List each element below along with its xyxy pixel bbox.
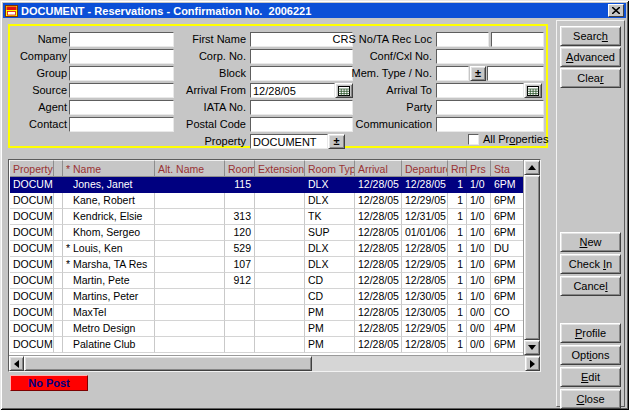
grid-cell: 12/28/05	[355, 177, 402, 193]
grid-cell	[155, 321, 225, 337]
property-select[interactable]	[250, 134, 328, 149]
communication-input[interactable]	[436, 117, 544, 132]
reservations-window: DOCUMENT - Reservations - Confirmation N…	[0, 0, 629, 410]
grid-row[interactable]: DOCUMEKendrick, Elsie313TK12/28/0512/31/…	[10, 209, 523, 225]
grid-cell	[255, 193, 305, 209]
close-button[interactable]: Close	[560, 389, 621, 409]
edit-button[interactable]: Edit	[560, 367, 621, 387]
grid-cell: 1	[448, 273, 467, 289]
grid-row[interactable]: DOCUMEKane, RobertDLX12/28/0512/29/0511/…	[10, 193, 523, 209]
horizontal-scroll-thumb[interactable]	[24, 356, 312, 371]
grid-cell: DOCUME	[10, 289, 54, 305]
clear-button[interactable]: Clear	[560, 68, 621, 88]
grid-row[interactable]: DOCUMEMartin, Pete912CD12/28/0512/28/051…	[10, 273, 523, 289]
name-input[interactable]	[69, 32, 174, 47]
grid-cell: 0/0	[467, 337, 491, 353]
grid-cell	[255, 257, 305, 273]
grid-cell: 01/01/06	[402, 225, 448, 241]
agent-input[interactable]	[69, 100, 174, 115]
advanced-button[interactable]: Advanced	[560, 47, 621, 67]
grid-cell: 1/0	[467, 257, 491, 273]
grid-cell: 1/0	[467, 209, 491, 225]
crs-label: CRS No/TA Rec Loc	[332, 32, 432, 47]
grid-cell: DOCUME	[10, 225, 54, 241]
grid-horizontal-scrollbar[interactable]	[9, 355, 540, 371]
mem-type-dropdown-button[interactable]: ±	[470, 66, 486, 81]
grid-cell: 12/28/05	[402, 273, 448, 289]
all-properties-label: All Properties	[483, 133, 548, 146]
grid-row[interactable]: DOCUMEMartins, PeterCD12/28/0512/30/0511…	[10, 289, 523, 305]
grid-row[interactable]: DOCUMEPalatine ClubPM12/28/0512/28/0510/…	[10, 337, 523, 353]
conf-cxl-input[interactable]	[436, 49, 544, 64]
all-properties-checkbox[interactable]	[468, 134, 479, 145]
grid-row[interactable]: DOCUME* Louis, Ken529DLX12/28/0512/28/05…	[10, 241, 523, 257]
column-header-rms: Rms	[448, 160, 467, 177]
arrival-to-input[interactable]	[436, 83, 524, 98]
source-label: Source	[10, 83, 67, 98]
arrow-up-icon	[528, 165, 536, 170]
grid-cell	[54, 209, 63, 225]
grid-row[interactable]: DOCUMEMetro DesignPM12/28/0512/29/0510/0…	[10, 321, 523, 337]
options-button[interactable]: Options	[560, 345, 621, 365]
company-label: Company	[10, 49, 67, 64]
cancel-button[interactable]: Cancel	[560, 276, 621, 296]
grid-cell: 12/28/05	[402, 241, 448, 257]
vertical-scroll-thumb[interactable]	[524, 175, 540, 340]
grid-cell: Kendrick, Elsie	[63, 209, 155, 225]
scroll-right-button[interactable]	[525, 356, 540, 371]
grid-cell: 115	[225, 177, 255, 193]
new-button[interactable]: New	[560, 232, 621, 252]
grid-cell: PM	[305, 321, 355, 337]
grid-cell: DLX	[305, 193, 355, 209]
grid-cell: 12/28/05	[402, 177, 448, 193]
arrival-to-calendar-button[interactable]	[524, 83, 542, 98]
grid-row[interactable]: DOCUMEJones, Janet115DLX12/28/0512/28/05…	[10, 177, 523, 193]
grid-cell: 0/0	[467, 321, 491, 337]
grid-row[interactable]: DOCUMEMaxTelPM12/28/0512/30/0510/0CO	[10, 305, 523, 321]
grid-vertical-scrollbar[interactable]	[523, 160, 540, 355]
crs-input-2[interactable]	[491, 32, 544, 47]
grid-cell: 912	[225, 273, 255, 289]
grid-cell: 12/28/05	[402, 337, 448, 353]
grid-row[interactable]: DOCUME* Marsha, TA Res107DLX12/28/0512/2…	[10, 257, 523, 273]
property-dropdown-button[interactable]: ±	[328, 134, 345, 149]
arrival-to-label: Arrival To	[332, 83, 432, 98]
scroll-down-button[interactable]	[524, 340, 540, 355]
mem-type-input-2[interactable]	[487, 66, 544, 81]
source-input[interactable]	[69, 83, 174, 98]
party-input[interactable]	[436, 100, 544, 115]
corp-no-label: Corp. No.	[172, 49, 246, 64]
grid-cell: PM	[305, 305, 355, 321]
contact-input[interactable]	[69, 117, 174, 132]
grid-cell: 12/29/05	[402, 193, 448, 209]
grid-row[interactable]: DOCUMEKhom, Sergeo120SUP12/28/0501/01/06…	[10, 225, 523, 241]
profile-button[interactable]: Profile	[560, 323, 621, 343]
company-input[interactable]	[69, 49, 174, 64]
grid-cell: SUP	[305, 225, 355, 241]
grid-cell: 12/31/05	[402, 209, 448, 225]
mem-type-input-1[interactable]	[436, 66, 469, 81]
grid-cell: MaxTel	[63, 305, 155, 321]
grid-cell	[155, 177, 225, 193]
arrival-from-input[interactable]	[250, 83, 335, 98]
app-icon	[5, 5, 18, 17]
check-in-button[interactable]: Check In	[560, 254, 621, 274]
scroll-left-button[interactable]	[9, 356, 24, 371]
grid-cell: DU	[491, 241, 523, 257]
grid-cell: DLX	[305, 177, 355, 193]
grid-cell: 1	[448, 321, 467, 337]
close-window-button[interactable]	[608, 4, 624, 17]
group-input[interactable]	[69, 66, 174, 81]
horizontal-scroll-track[interactable]	[312, 356, 525, 371]
crs-input-1[interactable]	[436, 32, 489, 47]
grid-cell: 12/28/05	[355, 209, 402, 225]
scroll-up-button[interactable]	[524, 160, 540, 175]
grid-cell: 6PM	[491, 289, 523, 305]
grid-content: Property* NameAlt. NameRoomExtensionRoom…	[10, 160, 523, 355]
grid-cell: 12/28/05	[355, 273, 402, 289]
grid-cell	[255, 321, 305, 337]
arrow-left-icon	[14, 360, 19, 368]
grid-cell: 6PM	[491, 337, 523, 353]
search-button[interactable]: Search	[560, 26, 621, 46]
column-header-prs: Prs	[467, 160, 491, 177]
